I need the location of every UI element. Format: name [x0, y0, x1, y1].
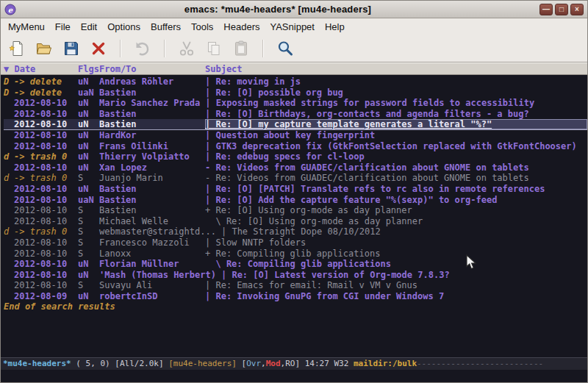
message-date: 2012-08-10 [14, 98, 78, 109]
message-row[interactable]: 2012-08-10SSuvayu Ali| Re: Emacs for ema… [4, 280, 587, 291]
message-mark [4, 98, 14, 109]
message-from: Suvayu Ali [99, 280, 200, 291]
message-mark [4, 130, 14, 141]
maximize-button[interactable]: □ [555, 4, 568, 15]
message-row[interactable]: 2012-08-10SFrancesco Mazzoli| Slow NNTP … [4, 237, 587, 248]
message-row[interactable]: 2012-08-10SBastien+ Re: [O] Using org-mo… [4, 205, 587, 216]
message-row[interactable]: d-> trash 0uNThierry Volpiatto| Re: edeb… [4, 151, 587, 162]
menu-buffers[interactable]: Buffers [146, 19, 186, 35]
message-from: 'Mash (Thomas Herbert) [99, 270, 216, 281]
message-date: -> delete [14, 76, 78, 87]
title-bar[interactable]: e emacs: *mu4e-headers* [mu4e-headers] —… [1, 1, 587, 18]
message-subject: | Re: moving in js [205, 76, 587, 87]
message-subject: | Re: [O] Add the capture feature "%(sex… [205, 195, 587, 206]
message-row[interactable]: 2012-08-10SLanoxx+ Re: Compiling glib ap… [4, 248, 587, 259]
new-file-icon [8, 40, 26, 57]
message-date: -> delete [14, 87, 78, 99]
message-flags: uN [78, 270, 99, 281]
message-row[interactable]: 2012-08-09uNrobertcInSD| Re: Invoking Gn… [4, 291, 587, 302]
mode-line[interactable]: *mu4e-headers* ( 5, 0) [All/2.0k] [mu4e-… [1, 357, 587, 370]
modeline-maildir: maildir:/bulk [354, 359, 417, 368]
message-row[interactable]: 2012-08-10uNBastien| Re: [O] [PATCH] Tra… [4, 184, 587, 195]
message-subject: \ Re: Compiling glib applications [205, 259, 587, 270]
menu-yasnippet[interactable]: YASnippet [265, 19, 319, 35]
message-row[interactable]: d-> trash 0Swebmaster@straightd...| The … [4, 226, 587, 237]
header-col-date[interactable]: ▼ Date [4, 64, 78, 74]
message-from: Bastien [99, 184, 200, 195]
save-button[interactable] [59, 37, 84, 60]
message-row[interactable]: d-> trash 0SJuanjo Marin- Re: Videos fro… [4, 173, 587, 184]
toolbar-separator [120, 40, 121, 57]
message-date: 2012-08-10 [14, 130, 78, 141]
search-button[interactable] [273, 37, 298, 60]
message-mark: D [4, 76, 14, 87]
search-icon [276, 40, 294, 57]
close-buffer-button[interactable] [86, 37, 111, 60]
menu-help[interactable]: Help [320, 19, 350, 35]
message-from: Frans Oilinki [99, 141, 200, 152]
message-row[interactable]: 2012-08-10uNFrans Oilinki| GTK3 deprecat… [4, 141, 587, 152]
message-subject: | Re: Emacs for email: Rmail v VM v Gnus [205, 280, 587, 291]
message-row[interactable]: 2012-08-10uNFlorian Müllner \ Re: Compil… [4, 259, 587, 270]
message-mark [4, 162, 14, 173]
message-row[interactable]: D-> deleteuaNBastien| Re: [O] possible o… [4, 87, 587, 99]
message-mark [4, 216, 14, 227]
modeline-readonly-flag: RO [285, 359, 295, 368]
menu-bar: MyMenuFileEditOptionsBuffersToolsHeaders… [1, 18, 587, 35]
message-date: 2012-08-10 [14, 248, 78, 259]
message-flags: uN [78, 109, 99, 120]
paste-icon [232, 40, 250, 57]
header-line: ▼ Date Flgs From/To Subject [1, 62, 587, 75]
message-list: D-> deleteuNAndreas Röhler| Re: moving i… [4, 76, 587, 301]
message-subject: - Re: Videos from GUADEC/clarification a… [205, 173, 587, 184]
menu-file[interactable]: File [50, 19, 76, 35]
minimize-button[interactable]: — [539, 4, 553, 15]
message-from: Bastien [99, 109, 200, 120]
message-row[interactable]: 2012-08-10SMichael Welle \ Re: [O] Using… [4, 216, 587, 227]
message-flags: uaN [78, 87, 99, 99]
modeline-status-close: ] [295, 359, 300, 368]
message-date: 2012-08-10 [14, 216, 78, 227]
close-button[interactable]: × [570, 4, 584, 15]
message-flags: S [78, 216, 99, 227]
message-flags: uN [78, 162, 99, 173]
headers-buffer[interactable]: D-> deleteuNAndreas Röhler| Re: moving i… [1, 75, 587, 357]
menu-edit[interactable]: Edit [76, 19, 102, 35]
new-file-button[interactable] [4, 37, 29, 60]
message-date: 2012-08-10 [14, 141, 78, 152]
message-row[interactable]: 2012-08-10uNXan Lopez- Re: Videos from G… [4, 162, 587, 173]
open-file-button[interactable] [32, 37, 57, 60]
header-col-from[interactable]: From/To [99, 64, 205, 74]
modeline-buffer-name: *mu4e-headers* [3, 359, 71, 368]
message-flags: uN [78, 291, 99, 302]
menu-options[interactable]: Options [102, 19, 146, 35]
emacs-icon: e [4, 4, 16, 15]
message-from: Bastien [99, 195, 200, 206]
message-subject: + Re: Compiling glib applications [205, 248, 587, 259]
message-row[interactable]: 2012-08-10uNBastien| Re: [O] my capture … [4, 119, 587, 130]
menu-mymenu[interactable]: MyMenu [3, 19, 50, 35]
message-mark [4, 248, 14, 259]
emacs-frame: e emacs: *mu4e-headers* [mu4e-headers] —… [0, 0, 588, 383]
message-row[interactable]: 2012-08-10uNMario Sanchez Prada| Exposin… [4, 98, 587, 109]
message-mark [4, 119, 14, 129]
message-row[interactable]: 2012-08-10uN'Mash (Thomas Herbert)| Re: … [4, 270, 587, 281]
menu-headers[interactable]: Headers [218, 19, 265, 35]
message-row[interactable]: 2012-08-10uNHardKor| Question about key … [4, 130, 587, 141]
message-row[interactable]: 2012-08-10uNBastien| Re: [O] Birthdays, … [4, 109, 587, 120]
message-flags: S [78, 205, 99, 216]
undo-button [130, 37, 155, 60]
message-from: Lanoxx [99, 248, 200, 259]
message-date: 2012-08-10 [14, 280, 78, 291]
message-row[interactable]: D-> deleteuNAndreas Röhler| Re: moving i… [4, 76, 587, 87]
message-row[interactable]: 2012-08-10uaNBastien| Re: [O] Add the ca… [4, 195, 587, 206]
message-from: Florian Müllner [99, 259, 200, 270]
menu-tools[interactable]: Tools [186, 19, 218, 35]
header-col-subject[interactable]: Subject [205, 64, 243, 74]
echo-area[interactable] [1, 370, 587, 382]
message-mark [4, 141, 14, 152]
message-subject: | Exposing masked strings for password f… [205, 98, 587, 109]
header-col-flags[interactable]: Flgs [78, 64, 99, 74]
toolbar-separator [262, 40, 264, 57]
modeline-window-id: W32 [334, 359, 348, 368]
